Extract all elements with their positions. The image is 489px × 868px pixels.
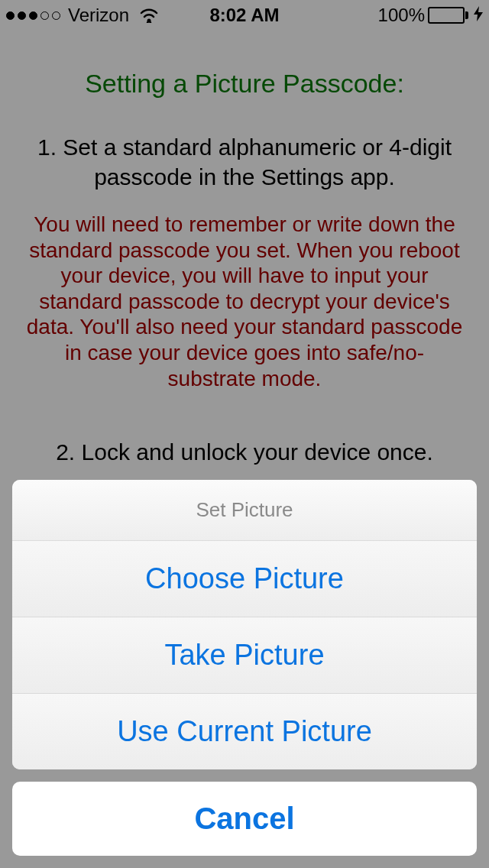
action-sheet: Set Picture Choose Picture Take Picture … bbox=[0, 480, 489, 868]
action-sheet-options: Set Picture Choose Picture Take Picture … bbox=[12, 480, 477, 769]
svg-point-0 bbox=[147, 19, 151, 23]
wifi-icon bbox=[138, 8, 160, 23]
status-left: Verizon bbox=[6, 5, 160, 26]
use-current-picture-button[interactable]: Use Current Picture bbox=[12, 694, 477, 769]
action-sheet-title: Set Picture bbox=[12, 480, 477, 541]
charging-icon bbox=[474, 6, 483, 25]
take-picture-button[interactable]: Take Picture bbox=[12, 617, 477, 694]
signal-strength-icon bbox=[6, 11, 60, 20]
cancel-button[interactable]: Cancel bbox=[12, 782, 477, 856]
status-time: 8:02 AM bbox=[209, 5, 279, 26]
battery-icon bbox=[428, 7, 468, 24]
choose-picture-button[interactable]: Choose Picture bbox=[12, 541, 477, 617]
status-right: 100% bbox=[378, 5, 483, 26]
carrier-label: Verizon bbox=[68, 5, 129, 26]
status-bar: Verizon 8:02 AM 100% bbox=[0, 0, 489, 31]
battery-percent: 100% bbox=[378, 5, 425, 26]
